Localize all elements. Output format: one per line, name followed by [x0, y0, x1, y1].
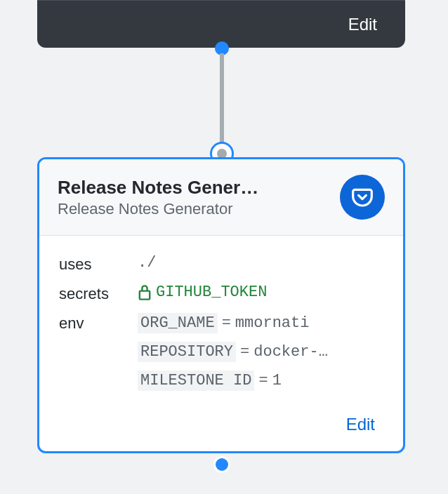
env-item: ORG_NAME = mmornati	[138, 313, 328, 333]
uses-label: uses	[59, 254, 138, 274]
uses-row: uses ./	[59, 254, 383, 274]
env-row: env ORG_NAME = mmornati REPOSITORY = doc…	[59, 313, 383, 391]
env-value: docker-…	[253, 343, 328, 361]
edit-button[interactable]: Edit	[348, 15, 377, 34]
equals-sign: =	[236, 343, 253, 361]
lock-icon	[138, 284, 152, 301]
env-key: REPOSITORY	[138, 342, 236, 362]
edit-button[interactable]: Edit	[346, 415, 375, 434]
env-list: ORG_NAME = mmornati REPOSITORY = docker-…	[138, 313, 328, 391]
env-item: MILESTONE ID = 1	[138, 370, 328, 391]
secret-value: GITHUB_TOKEN	[138, 283, 267, 301]
previous-node-card: Edit	[37, 0, 405, 48]
save-to-pocket-button[interactable]	[340, 175, 385, 220]
env-key: ORG_NAME	[138, 313, 218, 333]
secrets-label: secrets	[59, 283, 138, 303]
env-value: 1	[272, 372, 282, 389]
card-footer: Edit	[39, 408, 403, 451]
equals-sign: =	[254, 372, 272, 389]
secret-name: GITHUB_TOKEN	[156, 283, 267, 301]
step-subtitle: Release Notes Generator	[58, 200, 330, 218]
uses-value: ./	[138, 254, 383, 272]
env-key: MILESTONE ID	[138, 370, 254, 391]
env-value: mmornati	[235, 314, 310, 332]
connector-line	[220, 53, 224, 152]
workflow-step-card[interactable]: Release Notes Gener… Release Notes Gener…	[37, 157, 405, 453]
card-body: uses ./ secrets GITHUB_TOKEN env ORG_NAM…	[39, 236, 403, 408]
env-label: env	[59, 313, 138, 333]
card-header: Release Notes Gener… Release Notes Gener…	[39, 159, 403, 236]
card-header-text: Release Notes Gener… Release Notes Gener…	[58, 177, 340, 218]
secrets-row: secrets GITHUB_TOKEN	[59, 283, 383, 303]
env-item: REPOSITORY = docker-…	[138, 342, 328, 362]
equals-sign: =	[218, 314, 235, 332]
step-title: Release Notes Gener…	[58, 177, 330, 199]
pocket-icon	[351, 186, 374, 208]
connector-output-dot[interactable]	[213, 456, 230, 473]
svg-rect-0	[140, 291, 150, 299]
